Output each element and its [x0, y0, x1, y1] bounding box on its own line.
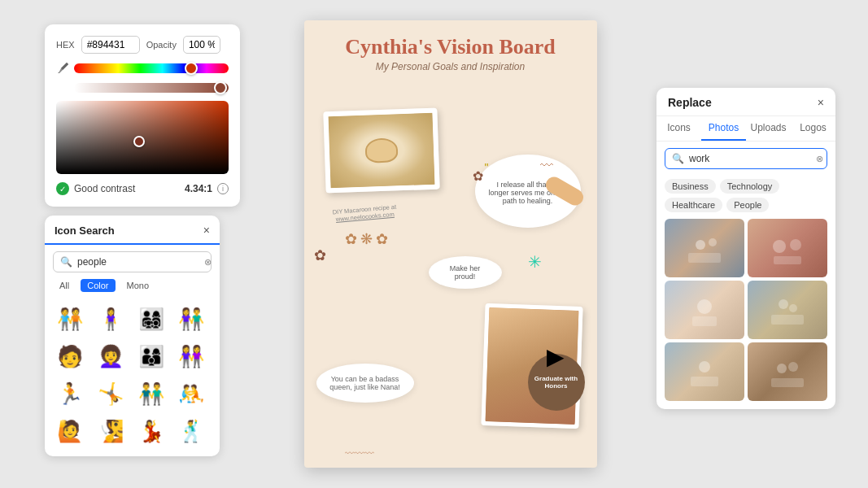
icon-search-panel: Icon Search × 🔍 ⊗ All Color Mono 🧑‍🤝‍🧑 🧍… [45, 216, 220, 456]
icon-search-header: Icon Search × [45, 216, 220, 245]
list-item[interactable] [748, 219, 827, 277]
list-item[interactable]: 👨‍👩‍👦 [134, 339, 168, 373]
flower-icon-1: ✿ [473, 168, 483, 184]
make-proud-bubble: Make her proud! [429, 256, 502, 289]
vision-board-title: Cynthia's Vision Board [304, 20, 597, 59]
photo-3-placeholder [665, 281, 744, 339]
svg-point-4 [773, 240, 786, 253]
flower-icon-4: ✿ [376, 230, 388, 248]
tab-icons[interactable]: Icons [656, 116, 701, 141]
replace-search-icon: 🔍 [672, 153, 684, 164]
macaroon-image [323, 108, 439, 194]
icon-grid: 🧑‍🤝‍🧑 🧍‍♀️ 👨‍👩‍👧‍👦 👫 🧑 👩‍🦱 👨‍👩‍👦 👭 🏃 🤸 👬… [45, 298, 220, 456]
filter-color-button[interactable]: Color [81, 279, 115, 292]
replace-tabs: Icons Photos Uploads Logos [656, 116, 835, 142]
svg-rect-16 [771, 378, 804, 387]
cursor-icon: ▶ [547, 343, 565, 370]
spacer [56, 81, 69, 94]
opacity-input[interactable] [183, 36, 220, 54]
filter-mono-button[interactable]: Mono [120, 279, 156, 292]
hex-input[interactable] [81, 36, 140, 54]
list-item[interactable]: 🏃 [53, 377, 87, 411]
icon-search-clear-icon[interactable]: ⊗ [204, 257, 212, 268]
list-item[interactable]: 🙋 [53, 414, 87, 448]
icon-search-input[interactable] [77, 256, 199, 268]
list-item[interactable] [665, 342, 744, 401]
replace-search-row: 🔍 ⊗ [665, 148, 827, 169]
svg-rect-8 [692, 316, 717, 326]
replace-panel: Replace × Icons Photos Uploads Logos 🔍 ⊗… [656, 88, 835, 409]
photo-5-placeholder [665, 342, 744, 401]
photo-6-placeholder [748, 342, 827, 401]
opacity-slider[interactable] [74, 83, 229, 93]
list-item[interactable] [748, 281, 827, 339]
color-gradient[interactable] [56, 101, 229, 174]
list-item[interactable]: 💃 [134, 414, 168, 448]
wave-decoration-3: 〰〰〰 [345, 448, 374, 460]
filter-all-button[interactable]: All [53, 279, 76, 292]
canvas-area: Cynthia's Vision Board My Personal Goals… [268, 20, 632, 472]
icon-search-close-button[interactable]: × [203, 224, 210, 237]
flower-icon-5: ✿ [314, 246, 326, 264]
gradient-thumb [133, 136, 145, 147]
contrast-ratio: 4.34:1 [185, 183, 212, 194]
svg-point-2 [709, 238, 717, 246]
icon-search-title: Icon Search [55, 224, 115, 237]
diy-text: DIY Macaroon recipe atwww.neelocooks.com [332, 203, 397, 224]
tab-uploads[interactable]: Uploads [746, 116, 791, 141]
icon-filter-row: All Color Mono [45, 279, 220, 298]
icon-search-search-icon: 🔍 [60, 256, 72, 268]
list-item[interactable] [665, 219, 744, 277]
replace-title: Replace [668, 96, 712, 109]
replace-header: Replace × [656, 88, 835, 116]
contrast-label: Good contrast [74, 183, 135, 194]
hex-label: HEX [56, 40, 75, 50]
list-item[interactable] [748, 342, 827, 401]
keyword-people[interactable]: People [726, 198, 769, 212]
list-item[interactable]: 👭 [174, 339, 208, 373]
keyword-healthcare[interactable]: Healthcare [665, 198, 722, 212]
list-item[interactable]: 🤸 [94, 377, 128, 411]
list-item[interactable]: 🕺 [174, 414, 208, 448]
svg-point-1 [696, 240, 705, 250]
svg-rect-3 [688, 253, 721, 263]
flower-icon-3: ❋ [360, 230, 373, 248]
contrast-check-icon: ✓ [56, 182, 69, 195]
keyword-pills: Business Technology Healthcare People [656, 176, 835, 219]
tab-logos[interactable]: Logos [791, 116, 835, 141]
floral-decoration-row: ✿ ❋ ✿ [345, 230, 388, 248]
list-item[interactable]: 👬 [134, 377, 168, 411]
list-item[interactable]: 🤼 [174, 377, 208, 411]
replace-search-input[interactable] [689, 153, 811, 164]
list-item[interactable]: 🧍‍♀️ [94, 302, 128, 336]
tab-photos[interactable]: Photos [701, 116, 746, 141]
svg-rect-13 [691, 377, 718, 386]
keyword-business[interactable]: Business [665, 179, 716, 194]
hue-slider[interactable] [74, 63, 229, 73]
flower-icon-2: ✿ [345, 230, 357, 248]
svg-point-12 [699, 361, 710, 373]
svg-point-9 [779, 299, 788, 309]
icon-search-input-row: 🔍 ⊗ [53, 251, 212, 272]
list-item[interactable]: 🧑 [53, 339, 87, 373]
list-item[interactable]: 👫 [174, 302, 208, 336]
photo-2-placeholder [748, 219, 827, 277]
replace-close-button[interactable]: × [818, 96, 824, 109]
eyedropper-icon[interactable] [56, 62, 69, 75]
macaroon-inner [328, 113, 434, 188]
opacity-thumb [214, 81, 227, 94]
teal-rays-decoration: ✳ [528, 252, 552, 277]
svg-point-10 [789, 304, 797, 312]
vision-board[interactable]: Cynthia's Vision Board My Personal Goals… [304, 20, 597, 468]
list-item[interactable] [665, 281, 744, 339]
list-item[interactable]: 🧏 [94, 414, 128, 448]
list-item[interactable]: 👩‍🦱 [94, 339, 128, 373]
contrast-info-icon[interactable]: i [217, 183, 229, 194]
svg-rect-11 [771, 315, 804, 325]
list-item[interactable]: 🧑‍🤝‍🧑 [53, 302, 87, 336]
photo-grid [656, 219, 835, 409]
keyword-technology[interactable]: Technology [720, 179, 780, 194]
list-item[interactable]: 👨‍👩‍👧‍👦 [134, 302, 168, 336]
opacity-label: Opacity [146, 40, 177, 50]
replace-search-clear-icon[interactable]: ⊗ [816, 154, 823, 164]
